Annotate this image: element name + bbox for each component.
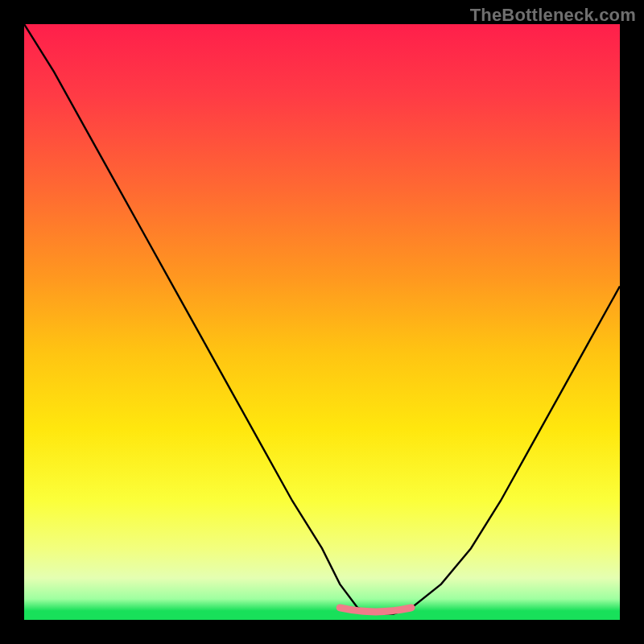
chart-plot-area bbox=[24, 24, 620, 620]
chart-stage: TheBottleneck.com bbox=[0, 0, 644, 644]
watermark-text: TheBottleneck.com bbox=[470, 5, 636, 26]
min-highlight-segment bbox=[340, 608, 411, 612]
chart-curves bbox=[24, 24, 620, 620]
bottleneck-curve bbox=[24, 24, 620, 614]
